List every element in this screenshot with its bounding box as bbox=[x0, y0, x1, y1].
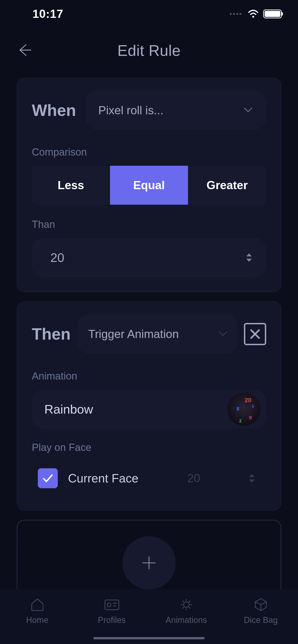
dicebag-icon bbox=[251, 597, 270, 612]
stepper-icon bbox=[248, 474, 255, 483]
animation-selected-label: Rainbow bbox=[44, 402, 93, 416]
cellular-dots-icon bbox=[230, 13, 241, 15]
segment-greater[interactable]: Greater bbox=[188, 166, 266, 205]
tab-label: Dice Bag bbox=[244, 615, 277, 625]
add-action-card bbox=[17, 520, 281, 598]
wifi-icon bbox=[247, 9, 259, 19]
tab-home[interactable]: Home bbox=[0, 597, 75, 625]
home-indicator bbox=[93, 637, 205, 639]
than-value-input[interactable]: 20 bbox=[32, 238, 266, 277]
animation-label: Animation bbox=[32, 370, 266, 382]
add-action-button[interactable] bbox=[122, 536, 176, 590]
animations-icon bbox=[177, 597, 196, 612]
svg-point-1 bbox=[107, 603, 111, 607]
chevron-down-icon bbox=[218, 328, 228, 340]
current-face-label: Current Face bbox=[68, 471, 161, 485]
tab-dicebag[interactable]: Dice Bag bbox=[223, 597, 298, 625]
tab-label: Profiles bbox=[98, 615, 126, 625]
home-icon bbox=[28, 597, 47, 612]
then-card: Then Trigger Animation Animation Rainbow… bbox=[17, 301, 281, 510]
than-label: Than bbox=[32, 218, 266, 230]
trigger-selected-label: Pixel roll is... bbox=[98, 104, 164, 117]
comparison-segmented: Less Equal Greater bbox=[32, 166, 266, 205]
segment-less[interactable]: Less bbox=[32, 166, 110, 205]
then-section-label: Then bbox=[32, 325, 71, 343]
tab-bar: Home Profiles Animations Dice Bag bbox=[0, 589, 298, 644]
remove-action-button[interactable] bbox=[244, 323, 266, 345]
die-preview-icon: 20 8 9 2 6 bbox=[227, 392, 261, 426]
status-bar: 10:17 bbox=[0, 0, 298, 28]
tab-animations[interactable]: Animations bbox=[149, 597, 223, 625]
page-header: Edit Rule bbox=[0, 28, 298, 78]
face-value-input: 20 bbox=[171, 461, 266, 496]
action-selected-label: Trigger Animation bbox=[88, 327, 179, 341]
when-card: When Pixel roll is... Comparison Less Eq… bbox=[17, 78, 281, 292]
tab-label: Animations bbox=[165, 615, 207, 625]
trigger-type-select[interactable]: Pixel roll is... bbox=[85, 91, 266, 130]
status-icons bbox=[230, 9, 282, 19]
battery-icon bbox=[263, 10, 282, 18]
status-time: 10:17 bbox=[33, 7, 63, 21]
play-on-face-label: Play on Face bbox=[32, 442, 266, 453]
profiles-icon bbox=[103, 597, 121, 612]
than-value: 20 bbox=[50, 250, 64, 265]
chevron-down-icon bbox=[243, 105, 253, 116]
segment-equal[interactable]: Equal bbox=[110, 166, 188, 205]
back-button[interactable] bbox=[16, 42, 33, 59]
tab-label: Home bbox=[26, 615, 48, 625]
tab-profiles[interactable]: Profiles bbox=[75, 597, 149, 625]
comparison-label: Comparison bbox=[32, 146, 266, 158]
current-face-checkbox[interactable] bbox=[38, 468, 58, 488]
when-section-label: When bbox=[32, 101, 76, 120]
action-type-select[interactable]: Trigger Animation bbox=[77, 314, 237, 354]
page-title: Edit Rule bbox=[16, 42, 282, 59]
face-value: 20 bbox=[187, 472, 200, 485]
animation-select[interactable]: Rainbow 20 8 9 2 6 bbox=[32, 390, 266, 429]
stepper-icon bbox=[246, 253, 252, 262]
svg-point-2 bbox=[184, 602, 189, 607]
